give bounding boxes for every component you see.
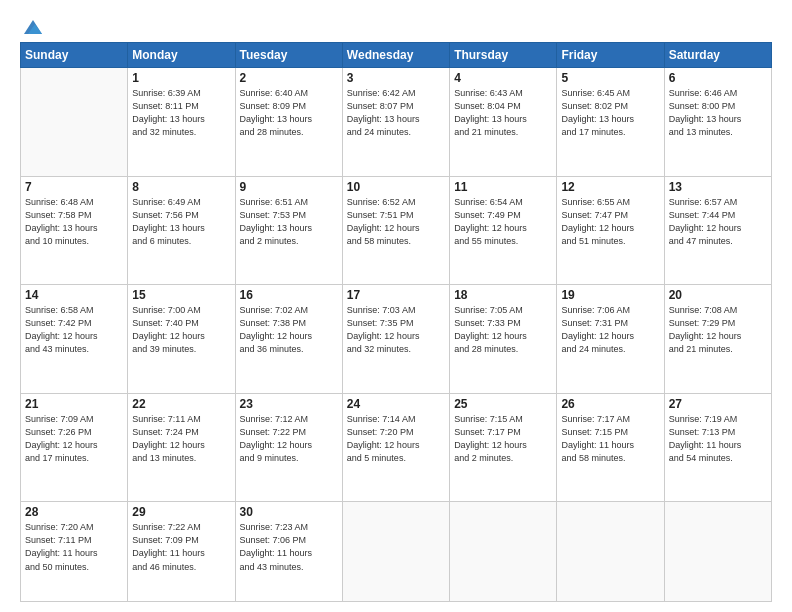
page: Sunday Monday Tuesday Wednesday Thursday… (0, 0, 792, 612)
table-cell (342, 502, 449, 602)
table-cell: 30Sunrise: 7:23 AM Sunset: 7:06 PM Dayli… (235, 502, 342, 602)
table-cell: 23Sunrise: 7:12 AM Sunset: 7:22 PM Dayli… (235, 393, 342, 502)
table-cell (557, 502, 664, 602)
col-friday: Friday (557, 43, 664, 68)
table-cell: 8Sunrise: 6:49 AM Sunset: 7:56 PM Daylig… (128, 176, 235, 285)
day-info: Sunrise: 6:43 AM Sunset: 8:04 PM Dayligh… (454, 87, 552, 139)
day-info: Sunrise: 6:57 AM Sunset: 7:44 PM Dayligh… (669, 196, 767, 248)
table-cell: 27Sunrise: 7:19 AM Sunset: 7:13 PM Dayli… (664, 393, 771, 502)
day-number: 11 (454, 180, 552, 194)
day-number: 12 (561, 180, 659, 194)
day-number: 20 (669, 288, 767, 302)
day-info: Sunrise: 7:15 AM Sunset: 7:17 PM Dayligh… (454, 413, 552, 465)
day-number: 3 (347, 71, 445, 85)
day-number: 24 (347, 397, 445, 411)
day-info: Sunrise: 7:11 AM Sunset: 7:24 PM Dayligh… (132, 413, 230, 465)
day-number: 15 (132, 288, 230, 302)
table-cell: 9Sunrise: 6:51 AM Sunset: 7:53 PM Daylig… (235, 176, 342, 285)
day-number: 8 (132, 180, 230, 194)
table-cell: 26Sunrise: 7:17 AM Sunset: 7:15 PM Dayli… (557, 393, 664, 502)
logo-icon (22, 16, 44, 38)
day-info: Sunrise: 7:05 AM Sunset: 7:33 PM Dayligh… (454, 304, 552, 356)
header (20, 18, 772, 34)
day-number: 23 (240, 397, 338, 411)
day-info: Sunrise: 6:51 AM Sunset: 7:53 PM Dayligh… (240, 196, 338, 248)
day-number: 13 (669, 180, 767, 194)
day-number: 9 (240, 180, 338, 194)
table-cell: 19Sunrise: 7:06 AM Sunset: 7:31 PM Dayli… (557, 285, 664, 394)
day-number: 27 (669, 397, 767, 411)
table-cell: 4Sunrise: 6:43 AM Sunset: 8:04 PM Daylig… (450, 68, 557, 177)
day-info: Sunrise: 7:14 AM Sunset: 7:20 PM Dayligh… (347, 413, 445, 465)
day-info: Sunrise: 6:46 AM Sunset: 8:00 PM Dayligh… (669, 87, 767, 139)
day-info: Sunrise: 7:20 AM Sunset: 7:11 PM Dayligh… (25, 521, 123, 573)
table-cell: 21Sunrise: 7:09 AM Sunset: 7:26 PM Dayli… (21, 393, 128, 502)
table-cell: 13Sunrise: 6:57 AM Sunset: 7:44 PM Dayli… (664, 176, 771, 285)
table-cell: 12Sunrise: 6:55 AM Sunset: 7:47 PM Dayli… (557, 176, 664, 285)
day-number: 16 (240, 288, 338, 302)
table-cell (450, 502, 557, 602)
table-cell: 29Sunrise: 7:22 AM Sunset: 7:09 PM Dayli… (128, 502, 235, 602)
day-info: Sunrise: 7:08 AM Sunset: 7:29 PM Dayligh… (669, 304, 767, 356)
day-number: 2 (240, 71, 338, 85)
day-info: Sunrise: 6:52 AM Sunset: 7:51 PM Dayligh… (347, 196, 445, 248)
day-info: Sunrise: 6:40 AM Sunset: 8:09 PM Dayligh… (240, 87, 338, 139)
table-cell: 7Sunrise: 6:48 AM Sunset: 7:58 PM Daylig… (21, 176, 128, 285)
table-cell: 16Sunrise: 7:02 AM Sunset: 7:38 PM Dayli… (235, 285, 342, 394)
day-number: 17 (347, 288, 445, 302)
calendar-table: Sunday Monday Tuesday Wednesday Thursday… (20, 42, 772, 602)
day-info: Sunrise: 7:06 AM Sunset: 7:31 PM Dayligh… (561, 304, 659, 356)
day-number: 26 (561, 397, 659, 411)
day-info: Sunrise: 6:58 AM Sunset: 7:42 PM Dayligh… (25, 304, 123, 356)
day-info: Sunrise: 6:45 AM Sunset: 8:02 PM Dayligh… (561, 87, 659, 139)
day-number: 6 (669, 71, 767, 85)
day-number: 25 (454, 397, 552, 411)
day-info: Sunrise: 7:02 AM Sunset: 7:38 PM Dayligh… (240, 304, 338, 356)
day-info: Sunrise: 7:23 AM Sunset: 7:06 PM Dayligh… (240, 521, 338, 573)
table-cell: 24Sunrise: 7:14 AM Sunset: 7:20 PM Dayli… (342, 393, 449, 502)
table-cell: 6Sunrise: 6:46 AM Sunset: 8:00 PM Daylig… (664, 68, 771, 177)
col-thursday: Thursday (450, 43, 557, 68)
day-number: 5 (561, 71, 659, 85)
day-number: 10 (347, 180, 445, 194)
day-info: Sunrise: 6:39 AM Sunset: 8:11 PM Dayligh… (132, 87, 230, 139)
table-cell: 25Sunrise: 7:15 AM Sunset: 7:17 PM Dayli… (450, 393, 557, 502)
table-cell (664, 502, 771, 602)
col-saturday: Saturday (664, 43, 771, 68)
table-cell: 15Sunrise: 7:00 AM Sunset: 7:40 PM Dayli… (128, 285, 235, 394)
logo (20, 18, 44, 34)
day-number: 19 (561, 288, 659, 302)
table-cell: 3Sunrise: 6:42 AM Sunset: 8:07 PM Daylig… (342, 68, 449, 177)
col-wednesday: Wednesday (342, 43, 449, 68)
calendar-header-row: Sunday Monday Tuesday Wednesday Thursday… (21, 43, 772, 68)
day-info: Sunrise: 7:00 AM Sunset: 7:40 PM Dayligh… (132, 304, 230, 356)
day-info: Sunrise: 7:22 AM Sunset: 7:09 PM Dayligh… (132, 521, 230, 573)
table-cell: 18Sunrise: 7:05 AM Sunset: 7:33 PM Dayli… (450, 285, 557, 394)
day-info: Sunrise: 7:03 AM Sunset: 7:35 PM Dayligh… (347, 304, 445, 356)
day-number: 7 (25, 180, 123, 194)
day-number: 29 (132, 505, 230, 519)
col-sunday: Sunday (21, 43, 128, 68)
table-cell: 20Sunrise: 7:08 AM Sunset: 7:29 PM Dayli… (664, 285, 771, 394)
day-info: Sunrise: 6:48 AM Sunset: 7:58 PM Dayligh… (25, 196, 123, 248)
day-number: 28 (25, 505, 123, 519)
table-cell: 1Sunrise: 6:39 AM Sunset: 8:11 PM Daylig… (128, 68, 235, 177)
day-number: 14 (25, 288, 123, 302)
day-number: 1 (132, 71, 230, 85)
day-number: 4 (454, 71, 552, 85)
table-cell: 2Sunrise: 6:40 AM Sunset: 8:09 PM Daylig… (235, 68, 342, 177)
col-tuesday: Tuesday (235, 43, 342, 68)
table-cell: 11Sunrise: 6:54 AM Sunset: 7:49 PM Dayli… (450, 176, 557, 285)
col-monday: Monday (128, 43, 235, 68)
day-number: 21 (25, 397, 123, 411)
day-number: 22 (132, 397, 230, 411)
day-info: Sunrise: 7:19 AM Sunset: 7:13 PM Dayligh… (669, 413, 767, 465)
table-cell (21, 68, 128, 177)
day-info: Sunrise: 6:55 AM Sunset: 7:47 PM Dayligh… (561, 196, 659, 248)
day-info: Sunrise: 6:42 AM Sunset: 8:07 PM Dayligh… (347, 87, 445, 139)
day-info: Sunrise: 6:49 AM Sunset: 7:56 PM Dayligh… (132, 196, 230, 248)
day-number: 18 (454, 288, 552, 302)
table-cell: 14Sunrise: 6:58 AM Sunset: 7:42 PM Dayli… (21, 285, 128, 394)
table-cell: 10Sunrise: 6:52 AM Sunset: 7:51 PM Dayli… (342, 176, 449, 285)
table-cell: 22Sunrise: 7:11 AM Sunset: 7:24 PM Dayli… (128, 393, 235, 502)
